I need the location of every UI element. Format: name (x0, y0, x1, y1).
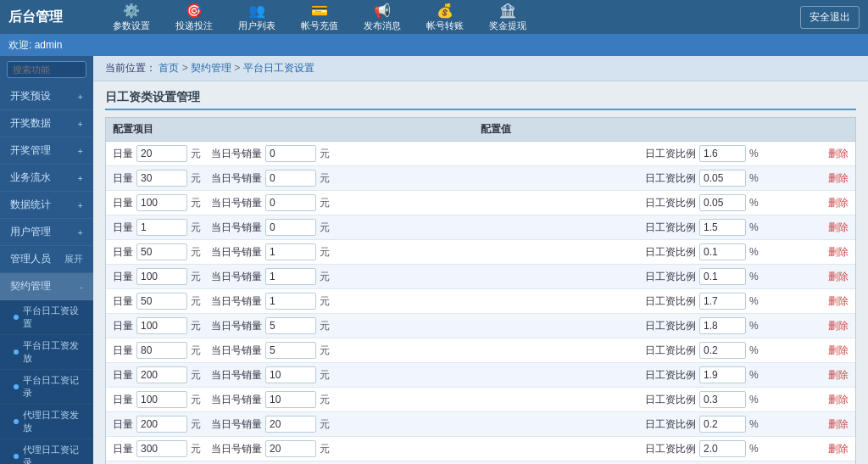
ratio-input-6[interactable] (699, 293, 746, 310)
ratio-input-12[interactable] (699, 440, 746, 457)
sidebar-item-guanlirenyuan[interactable]: 管理人员 展开 (0, 246, 93, 273)
current-input-12[interactable] (265, 440, 316, 457)
daily-input-12[interactable] (136, 440, 187, 457)
daily-unit-2: 元 (191, 196, 201, 210)
search-input[interactable] (7, 61, 86, 78)
delete-button-3[interactable]: 删除 (828, 221, 849, 233)
ratio-input-0[interactable] (699, 145, 746, 162)
row-action-10: 删除 (798, 393, 849, 407)
daily-input-3[interactable] (136, 219, 187, 236)
sidebar-item-kaijiangyuse[interactable]: 开奖预设 + (0, 83, 93, 110)
logout-button[interactable]: 安全退出 (800, 6, 860, 29)
daily-input-6[interactable] (136, 293, 187, 310)
delete-button-6[interactable]: 删除 (828, 295, 849, 307)
daily-input-0[interactable] (136, 145, 187, 162)
delete-button-10[interactable]: 删除 (828, 394, 849, 405)
current-unit-12: 元 (320, 442, 330, 456)
message-icon: 📢 (374, 3, 391, 19)
delete-button-2[interactable]: 删除 (828, 197, 849, 209)
delete-button-1[interactable]: 删除 (828, 172, 849, 184)
sidebar-sub-dailigongzifafang[interactable]: 代理日工资发放 (0, 405, 93, 439)
table-row: 日量 元 当日号销量 元 日工资比例 % 删除 (106, 166, 855, 191)
row-left-1: 日量 元 当日号销量 元 (113, 170, 645, 187)
bet-icon: 🎯 (186, 3, 203, 19)
daily-input-2[interactable] (136, 194, 187, 211)
ratio-input-1[interactable] (699, 170, 746, 187)
delete-button-11[interactable]: 删除 (828, 418, 849, 430)
daily-input-7[interactable] (136, 317, 187, 334)
ratio-input-10[interactable] (699, 391, 746, 408)
nav-transfer[interactable]: 💰 帐号转账 (415, 1, 475, 34)
ratio-input-11[interactable] (699, 416, 746, 433)
breadcrumb-home[interactable]: 首页 (159, 62, 191, 74)
current-input-8[interactable] (265, 342, 316, 359)
ratio-section-8: 日工资比例 % (645, 342, 798, 359)
sidebar-item-yonghuguanli[interactable]: 用户管理 + (0, 219, 93, 246)
sidebar-sub-pingtaigongzijilu[interactable]: 平台日工资记录 (0, 370, 93, 405)
ratio-input-4[interactable] (699, 243, 746, 260)
sidebar-sub-dailigongzijilu[interactable]: 代理日工资记录 (0, 439, 93, 464)
ratio-input-3[interactable] (699, 219, 746, 236)
sidebar-item-shujutongji[interactable]: 数据统计 + (0, 192, 93, 219)
row-left-3: 日量 元 当日号销量 元 (113, 219, 645, 236)
nav-message[interactable]: 📢 发布消息 (353, 1, 412, 34)
delete-button-9[interactable]: 删除 (828, 369, 849, 381)
ratio-label-0: 日工资比例 (645, 147, 696, 161)
delete-button-4[interactable]: 删除 (828, 246, 849, 258)
ratio-label-7: 日工资比例 (645, 319, 696, 333)
ratio-label-12: 日工资比例 (645, 442, 696, 456)
ratio-section-4: 日工资比例 % (645, 243, 798, 260)
sidebar-item-yewuliushui[interactable]: 业务流水 + (0, 165, 93, 192)
current-input-10[interactable] (265, 391, 316, 408)
nav-bet[interactable]: 🎯 投递投注 (164, 1, 224, 34)
nav-params[interactable]: ⚙️ 参数设置 (102, 1, 161, 34)
ratio-section-6: 日工资比例 % (645, 293, 798, 310)
current-input-0[interactable] (265, 145, 316, 162)
ratio-section-0: 日工资比例 % (645, 145, 798, 162)
daily-unit-6: 元 (191, 294, 201, 309)
delete-button-12[interactable]: 删除 (828, 443, 849, 455)
users-icon: 👥 (248, 3, 265, 19)
sidebar-item-qiyueguanli[interactable]: 契约管理 - (0, 273, 93, 300)
ratio-label-9: 日工资比例 (645, 368, 696, 383)
current-input-7[interactable] (265, 317, 316, 334)
delete-button-0[interactable]: 删除 (828, 148, 849, 159)
delete-button-5[interactable]: 删除 (828, 271, 849, 282)
ratio-input-5[interactable] (699, 268, 746, 285)
current-input-1[interactable] (265, 170, 316, 187)
sidebar-sub-pingtaigongzishezhi[interactable]: 平台日工资设置 (0, 300, 93, 335)
nav-recharge[interactable]: 💳 帐号充值 (290, 1, 349, 34)
daily-input-4[interactable] (136, 243, 187, 260)
daily-input-10[interactable] (136, 391, 187, 408)
current-input-6[interactable] (265, 293, 316, 310)
ratio-input-8[interactable] (699, 342, 746, 359)
delete-button-7[interactable]: 删除 (828, 320, 849, 332)
row-left-7: 日量 元 当日号销量 元 (113, 317, 645, 334)
sidebar-item-kaijiangguanli[interactable]: 开奖管理 + (0, 137, 93, 165)
ratio-input-9[interactable] (699, 366, 746, 383)
nav-users[interactable]: 👥 用户列表 (227, 1, 287, 34)
sidebar-item-kaijiangshuji[interactable]: 开奖数据 + (0, 110, 93, 137)
nav-withdraw[interactable]: 🏦 奖金提现 (478, 1, 537, 34)
current-input-2[interactable] (265, 194, 316, 211)
daily-input-1[interactable] (136, 170, 187, 187)
daily-input-5[interactable] (136, 268, 187, 285)
search-box (0, 56, 93, 83)
ratio-input-7[interactable] (699, 317, 746, 334)
current-label-12: 当日号销量 (211, 442, 262, 456)
daily-input-9[interactable] (136, 366, 187, 383)
current-input-5[interactable] (265, 268, 316, 285)
daily-label-4: 日量 (113, 245, 133, 260)
daily-input-11[interactable] (136, 416, 187, 433)
current-input-3[interactable] (265, 219, 316, 236)
row-left-6: 日量 元 当日号销量 元 (113, 293, 645, 310)
ratio-input-2[interactable] (699, 194, 746, 211)
current-input-11[interactable] (265, 416, 316, 433)
sidebar-sub-pingtaigongzifafang[interactable]: 平台日工资发放 (0, 335, 93, 370)
current-input-9[interactable] (265, 366, 316, 383)
daily-input-8[interactable] (136, 342, 187, 359)
delete-button-8[interactable]: 删除 (828, 344, 849, 356)
current-input-4[interactable] (265, 243, 316, 260)
breadcrumb-contract[interactable]: 契约管理 (191, 62, 243, 74)
row-action-7: 删除 (798, 319, 849, 333)
